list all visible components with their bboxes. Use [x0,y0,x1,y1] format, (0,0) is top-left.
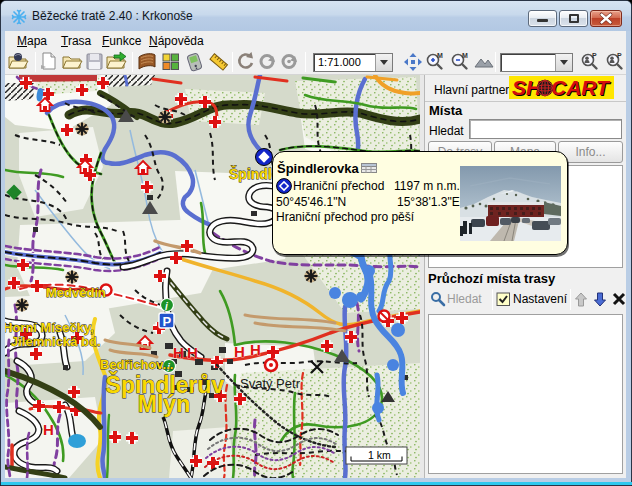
svg-text:i: i [165,301,168,312]
svg-text:P: P [163,314,172,329]
svg-text:H: H [43,421,54,438]
svg-text:Horní Mísečky,: Horní Mísečky, [5,320,94,335]
svg-text:Bedřichov...: Bedřichov... [100,357,173,372]
svg-text:CART: CART [551,76,611,99]
svg-text:M: M [462,52,468,59]
svg-text:P: P [617,52,622,59]
svg-text:M: M [437,52,443,59]
svg-text:Mlýn: Mlýn [138,391,190,417]
svg-text:Svatý Petr: Svatý Petr [240,376,301,391]
svg-text:P: P [592,52,597,59]
svg-text:Medvědín: Medvědín [46,285,106,300]
svg-text:H: H [250,341,261,358]
svg-text:H: H [173,344,184,361]
svg-text:H: H [187,344,198,361]
svg-text:1 km: 1 km [368,449,391,461]
svg-text:Jilemnická bd.: Jilemnická bd. [11,334,101,349]
